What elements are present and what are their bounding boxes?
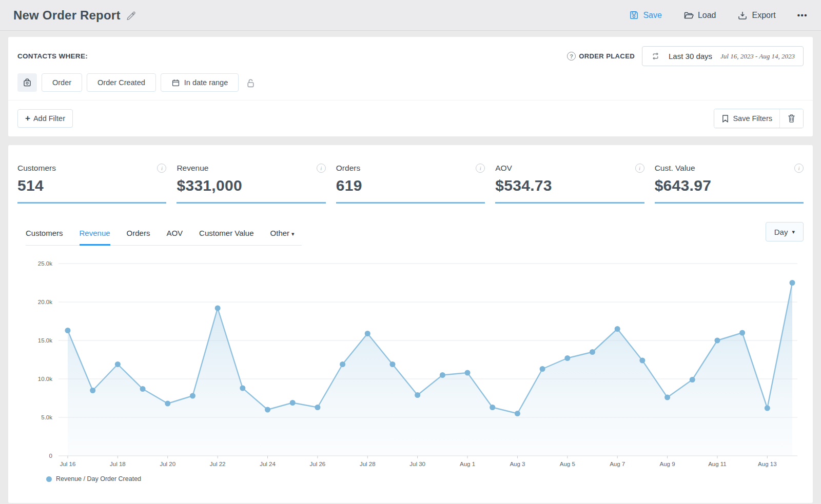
chart-point[interactable] — [165, 401, 170, 407]
metric-value: $643.97 — [655, 177, 804, 194]
calendar-icon — [171, 78, 180, 87]
svg-text:Jul 16: Jul 16 — [60, 461, 76, 467]
metric-orders: Orders i 619 — [336, 164, 485, 204]
svg-text:Aug 11: Aug 11 — [708, 461, 727, 467]
chart-point[interactable] — [290, 400, 296, 406]
tab-other[interactable]: Other▾ — [270, 229, 295, 246]
chart-point[interactable] — [690, 377, 695, 382]
chart-point[interactable] — [790, 280, 795, 286]
chart-point[interactable] — [765, 406, 770, 411]
trash-icon — [787, 114, 796, 123]
date-range-text: Jul 16, 2023 - Aug 14, 2023 — [720, 52, 795, 61]
tab-aov[interactable]: AOV — [166, 229, 183, 246]
chart-point[interactable] — [365, 331, 370, 336]
metric-underline — [177, 202, 325, 204]
svg-text:Jul 30: Jul 30 — [409, 461, 425, 467]
chart-point[interactable] — [664, 395, 670, 400]
chart-point[interactable] — [590, 349, 595, 355]
delete-filters-button[interactable] — [779, 109, 803, 128]
svg-text:Aug 13: Aug 13 — [758, 461, 776, 467]
filter-chip-in-date-range[interactable]: In date range — [161, 73, 239, 92]
question-circle-icon[interactable]: ? — [567, 52, 576, 61]
chevron-down-icon: ▾ — [792, 229, 795, 235]
interval-dropdown[interactable]: Day ▾ — [766, 222, 804, 241]
repeat-icon — [651, 51, 660, 61]
add-filter-button[interactable]: + Add Filter — [17, 109, 73, 128]
order-placed-label: ? ORDER PLACED — [567, 52, 635, 61]
page-title: New Order Report — [13, 8, 121, 23]
chart-point[interactable] — [140, 386, 146, 392]
filter-actions-group: Save Filters — [714, 109, 804, 128]
metric-underline — [336, 202, 485, 204]
metrics-row: Customers i 514 Revenue i $331,000 Order… — [8, 159, 813, 204]
metric-underline — [495, 202, 644, 204]
svg-text:Aug 5: Aug 5 — [560, 461, 575, 467]
info-icon[interactable]: i — [635, 164, 644, 173]
bookmark-icon — [721, 114, 729, 123]
svg-text:5.0k: 5.0k — [41, 414, 52, 420]
info-icon[interactable]: i — [476, 164, 485, 173]
chart-point[interactable] — [714, 338, 720, 344]
info-icon[interactable]: i — [317, 164, 326, 173]
save-filters-button[interactable]: Save Filters — [714, 109, 779, 128]
chart-point[interactable] — [615, 326, 620, 332]
chart-point[interactable] — [465, 370, 471, 376]
save-button[interactable]: Save — [629, 10, 661, 20]
chart-point[interactable] — [564, 355, 570, 361]
filter-panel: CONTACTS WHERE: ? ORDER PLACED Last 30 d… — [8, 37, 813, 136]
legend-label: Revenue / Day Order Created — [56, 475, 141, 482]
svg-text:Jul 26: Jul 26 — [310, 461, 326, 467]
chart-point[interactable] — [639, 358, 645, 364]
metric-value: $534.73 — [495, 177, 644, 194]
chart-point[interactable] — [415, 392, 420, 398]
metric-customers: Customers i 514 — [17, 164, 166, 204]
metric-aov: AOV i $534.73 — [495, 164, 644, 204]
date-range-selector[interactable]: Last 30 days Jul 16, 2023 - Aug 14, 2023 — [642, 46, 804, 66]
export-button[interactable]: Export — [737, 10, 775, 21]
metric-cust-value: Cust. Value i $643.97 — [655, 164, 804, 204]
metric-value: $331,000 — [177, 177, 325, 194]
edit-pencil-icon[interactable] — [126, 10, 135, 20]
chart-point[interactable] — [540, 366, 545, 372]
svg-text:Aug 7: Aug 7 — [610, 461, 625, 467]
chart-tabs: Customers Revenue Orders AOV Customer Va… — [26, 229, 302, 246]
more-menu-button[interactable]: ••• — [797, 11, 808, 19]
info-icon[interactable]: i — [157, 164, 166, 173]
chart-legend: Revenue / Day Order Created — [8, 475, 813, 482]
chart-point[interactable] — [440, 372, 445, 378]
chart-point[interactable] — [739, 330, 745, 336]
tab-orders[interactable]: Orders — [127, 229, 150, 246]
chevron-down-icon: ▾ — [291, 231, 295, 237]
filter-chip-order[interactable]: Order — [42, 73, 82, 92]
svg-text:Aug 1: Aug 1 — [460, 461, 475, 467]
tab-customer-value[interactable]: Customer Value — [199, 229, 253, 246]
chart-point[interactable] — [215, 306, 221, 311]
info-icon[interactable]: i — [794, 164, 804, 173]
load-button[interactable]: Load — [683, 10, 716, 21]
chart-point[interactable] — [190, 393, 196, 399]
svg-text:Jul 22: Jul 22 — [210, 461, 226, 467]
export-label: Export — [752, 11, 775, 20]
order-source-button[interactable] — [17, 73, 37, 92]
chart-point[interactable] — [65, 328, 71, 333]
chart-point[interactable] — [340, 361, 345, 367]
chart-point[interactable] — [490, 405, 495, 410]
filter-chip-order-created[interactable]: Order Created — [87, 73, 156, 92]
chart-point[interactable] — [115, 361, 121, 367]
save-label: Save — [643, 11, 661, 20]
filter-divider — [8, 100, 813, 100]
svg-text:Aug 3: Aug 3 — [510, 461, 525, 467]
contacts-where-label: CONTACTS WHERE: — [17, 52, 88, 60]
chart-point[interactable] — [389, 361, 395, 367]
chart-point[interactable] — [515, 411, 520, 416]
tab-revenue[interactable]: Revenue — [80, 229, 110, 246]
lock-open-icon[interactable] — [245, 77, 256, 88]
download-tray-icon — [737, 10, 748, 21]
chart-point[interactable] — [315, 405, 320, 410]
svg-text:0: 0 — [49, 453, 52, 459]
chart-point[interactable] — [240, 386, 245, 391]
chart-point[interactable] — [90, 388, 95, 393]
top-header-bar: New Order Report Save Load Export ••• — [0, 0, 821, 31]
tab-customers[interactable]: Customers — [26, 229, 63, 246]
chart-point[interactable] — [265, 407, 270, 413]
